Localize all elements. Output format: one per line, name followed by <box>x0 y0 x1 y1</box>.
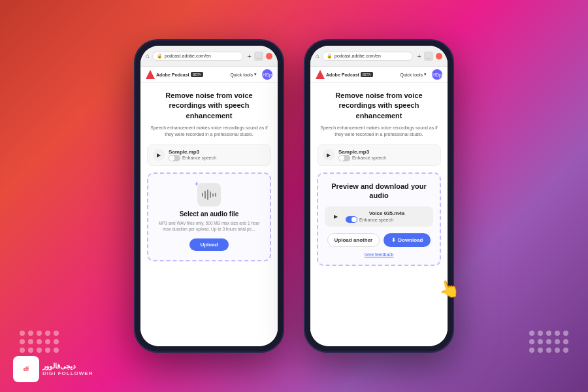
close-btn-right[interactable] <box>436 53 442 59</box>
ap-logo-right: Adobe Podcast BETA <box>316 70 373 79</box>
svg-rect-0 <box>202 193 203 197</box>
cursor-hand-icon: 👆 <box>436 276 462 301</box>
ap-beta-badge-right: BETA <box>361 72 373 77</box>
page-subtitle-right: Speech enhancement makes voice recording… <box>317 125 441 138</box>
file-name-right: Sample.mp3 <box>338 149 435 155</box>
logo-english-text: DIGI FOLLOWER <box>42 370 93 376</box>
waveform-icon <box>197 183 221 206</box>
digi-follower-logo: df دیجی‌فالوور DIGI FOLLOWER <box>13 356 93 382</box>
logo-text-block: دیجی‌فالوور DIGI FOLLOWER <box>42 362 93 376</box>
quicktools-right[interactable]: Quick tools ▾ <box>400 72 427 77</box>
close-btn-left[interactable] <box>266 53 272 59</box>
page-title-right: Remove noise from voice recordings with … <box>317 91 441 121</box>
preview-title: Preview and download your audio <box>325 182 433 201</box>
page-subtitle-left: Speech enhancement makes voice recording… <box>147 125 271 138</box>
avatar-right[interactable]: HDp <box>432 69 442 80</box>
ap-header-left: Adobe Podcast BETA Quick tools ▾ HDp <box>140 67 278 83</box>
svg-rect-3 <box>210 191 211 198</box>
back-icon-right[interactable]: ⌂ <box>316 52 319 59</box>
phone-left: ⌂ 🔒 podcast.adobe.com/en + ⬜ Adobe Podca… <box>134 39 284 353</box>
avatar-left[interactable]: HDp <box>262 69 272 80</box>
ap-logo-text: Adobe Podcast <box>156 73 189 77</box>
decorative-dots-left <box>20 331 59 353</box>
upload-icon-wrap: + <box>197 183 221 206</box>
feedback-link[interactable]: Give feedback <box>325 252 433 257</box>
svg-rect-4 <box>212 193 214 197</box>
voice-enhance: Enhance speech <box>346 216 428 223</box>
svg-rect-1 <box>204 191 206 199</box>
voice-file-row: ▶ Voice 035.m4a Enhance speech <box>325 206 433 227</box>
back-icon[interactable]: ⌂ <box>146 52 150 59</box>
svg-rect-2 <box>207 189 208 200</box>
url-text-left: podcast.adobe.com/en <box>165 54 211 58</box>
file-info-right: Sample.mp3 Enhance speech <box>338 149 435 161</box>
play-button-left[interactable]: ▶ <box>153 149 165 161</box>
enhance-toggle-right[interactable] <box>338 155 350 161</box>
sample-file-row-left: ▶ Sample.mp3 Enhance speech <box>147 144 271 166</box>
preview-box: Preview and download your audio ▶ Voice … <box>317 172 441 267</box>
action-buttons: Upload another ⬇ Download <box>325 233 433 247</box>
upload-another-button[interactable]: Upload another <box>327 233 380 247</box>
plus-icon: + <box>195 180 199 188</box>
lock-icon-right: 🔒 <box>327 54 333 59</box>
logo-icon-text: df <box>24 366 29 372</box>
browser-bar-right: ⌂ 🔒 podcast.adobe.com/en + ⬜ <box>310 46 448 67</box>
file-info-left: Sample.mp3 Enhance speech <box>169 149 265 161</box>
content-left: Remove noise from voice recordings with … <box>140 83 278 346</box>
upload-area: + Select an audio file MP3 and WAV fi <box>147 172 271 261</box>
page-title-left: Remove noise from voice recordings with … <box>147 91 271 121</box>
adobe-logo-icon <box>146 70 155 79</box>
share-btn-left[interactable]: ⬜ <box>254 52 263 61</box>
download-icon: ⬇ <box>391 237 396 243</box>
share-btn-right[interactable]: ⬜ <box>424 52 433 61</box>
ap-logo-left: Adobe Podcast BETA <box>146 70 203 79</box>
upload-button[interactable]: Upload <box>189 238 228 251</box>
url-bar-right[interactable]: 🔒 podcast.adobe.com/en <box>322 52 413 61</box>
file-name-left: Sample.mp3 <box>169 149 265 155</box>
logo-persian-text: دیجی‌فالوور <box>42 362 93 370</box>
voice-file-info: Voice 035.m4a Enhance speech <box>346 210 428 223</box>
file-enhance-left: Enhance speech <box>169 155 265 161</box>
url-bar-left[interactable]: 🔒 podcast.adobe.com/en <box>152 52 243 61</box>
logo-icon-box: df <box>13 356 39 382</box>
voice-file-name: Voice 035.m4a <box>346 210 428 216</box>
svg-rect-5 <box>215 193 216 197</box>
enhance-toggle-left[interactable] <box>169 155 180 161</box>
play-voice-button[interactable]: ▶ <box>330 211 342 223</box>
browser-bar-left: ⌂ 🔒 podcast.adobe.com/en + ⬜ <box>140 46 278 67</box>
phone-right: ⌂ 🔒 podcast.adobe.com/en + ⬜ Adobe Podca… <box>304 39 454 353</box>
upload-desc: MP3 and WAV files only. 500 MB max size … <box>155 220 263 232</box>
ap-beta-badge: BETA <box>191 72 203 77</box>
decorative-dots-right <box>529 331 568 353</box>
upload-title: Select an audio file <box>155 210 263 218</box>
adobe-logo-icon-right <box>316 70 325 79</box>
quicktools-left[interactable]: Quick tools ▾ <box>230 72 257 77</box>
download-button[interactable]: ⬇ Download <box>384 233 431 247</box>
content-right: Remove noise from voice recordings with … <box>310 83 448 346</box>
sample-file-row-right: ▶ Sample.mp3 Enhance speech <box>317 144 441 166</box>
play-button-right[interactable]: ▶ <box>323 149 335 161</box>
plus-tab-left[interactable]: + <box>248 52 252 60</box>
url-text-right: podcast.adobe.com/en <box>335 54 381 58</box>
ap-logo-text-right: Adobe Podcast <box>326 73 359 77</box>
file-enhance-right: Enhance speech <box>338 155 435 161</box>
plus-tab-right[interactable]: + <box>417 52 421 60</box>
lock-icon: 🔒 <box>157 54 163 59</box>
ap-header-right: Adobe Podcast BETA Quick tools ▾ HDp <box>310 67 448 83</box>
voice-enhance-toggle[interactable] <box>346 216 357 223</box>
